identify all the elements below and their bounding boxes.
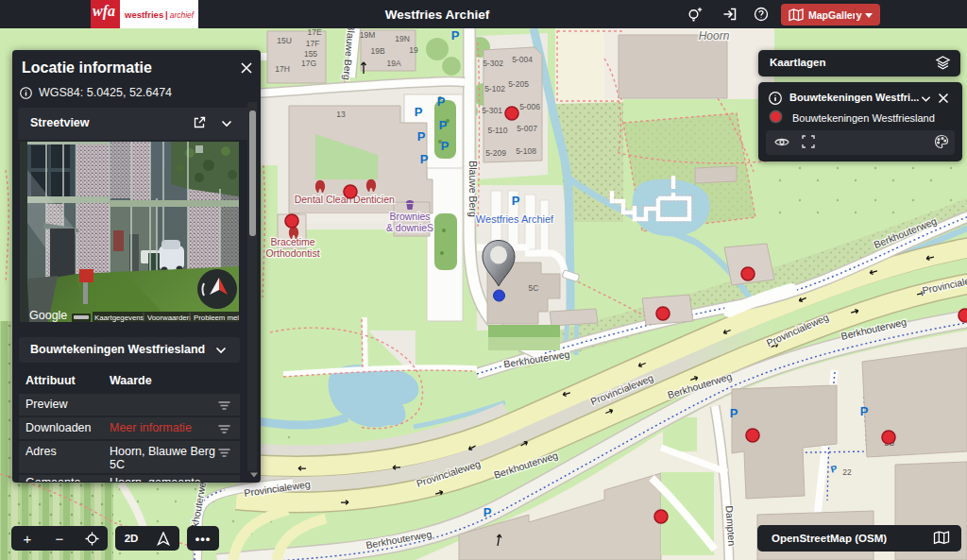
svg-text:Voorwaarden: Voorwaarden bbox=[147, 314, 191, 322]
svg-text:Bracetime: Bracetime bbox=[270, 236, 314, 247]
svg-text:17F: 17F bbox=[306, 39, 320, 48]
svg-text:5-301: 5-301 bbox=[482, 106, 502, 115]
svg-text:P: P bbox=[730, 406, 738, 420]
svg-text:5-004: 5-004 bbox=[512, 55, 533, 64]
svg-text:22: 22 bbox=[842, 467, 852, 477]
svg-text:P: P bbox=[415, 105, 423, 119]
svg-text:Dental Clean: Dental Clean bbox=[295, 194, 352, 205]
svg-text:19: 19 bbox=[409, 45, 418, 55]
svg-text:5-302: 5-302 bbox=[483, 59, 503, 68]
svg-text:17G: 17G bbox=[301, 59, 316, 68]
svg-text:Probleem melden: Probleem melden bbox=[194, 314, 239, 322]
svg-text:P: P bbox=[860, 404, 869, 418]
svg-text:Brownies: Brownies bbox=[389, 211, 430, 222]
svg-text:17E: 17E bbox=[307, 28, 321, 37]
svg-text:5-205: 5-205 bbox=[508, 79, 529, 89]
svg-text:Westfries Archief: Westfries Archief bbox=[476, 213, 554, 225]
svg-text:15U: 15U bbox=[277, 36, 292, 45]
svg-text:P: P bbox=[512, 194, 520, 208]
svg-text:13: 13 bbox=[336, 110, 346, 119]
svg-text:19A: 19A bbox=[386, 59, 400, 68]
svg-text:5-006: 5-006 bbox=[519, 102, 540, 111]
svg-text:& downieS: & downieS bbox=[386, 222, 433, 233]
svg-text:5-108: 5-108 bbox=[516, 146, 536, 156]
svg-text:P: P bbox=[417, 129, 426, 144]
svg-text:P: P bbox=[420, 152, 429, 166]
svg-text:155: 155 bbox=[304, 49, 317, 59]
svg-text:5-110: 5-110 bbox=[487, 126, 507, 135]
svg-text:Blauwe Berg: Blauwe Berg bbox=[467, 161, 479, 217]
svg-text:19M: 19M bbox=[360, 30, 376, 40]
svg-text:19N: 19N bbox=[395, 34, 410, 43]
svg-text:P: P bbox=[451, 28, 460, 42]
svg-text:5-102: 5-102 bbox=[484, 84, 505, 93]
svg-text:5C: 5C bbox=[529, 283, 539, 293]
svg-text:Denticien: Denticien bbox=[353, 194, 395, 205]
svg-text:Kaartgegevens: Kaartgegevens bbox=[94, 314, 144, 322]
svg-text:5-209: 5-209 bbox=[485, 148, 506, 158]
svg-text:19B: 19B bbox=[370, 46, 384, 56]
svg-text:Orthodontist: Orthodontist bbox=[265, 247, 319, 259]
svg-text:P: P bbox=[437, 94, 446, 109]
svg-text:5-007: 5-007 bbox=[517, 124, 537, 133]
svg-text:Hoorn: Hoorn bbox=[699, 29, 730, 42]
svg-text:P: P bbox=[441, 139, 450, 153]
svg-text:P: P bbox=[484, 505, 492, 519]
svg-text:17H: 17H bbox=[275, 64, 290, 74]
svg-text:P: P bbox=[439, 118, 448, 132]
svg-text:Google: Google bbox=[29, 309, 67, 322]
